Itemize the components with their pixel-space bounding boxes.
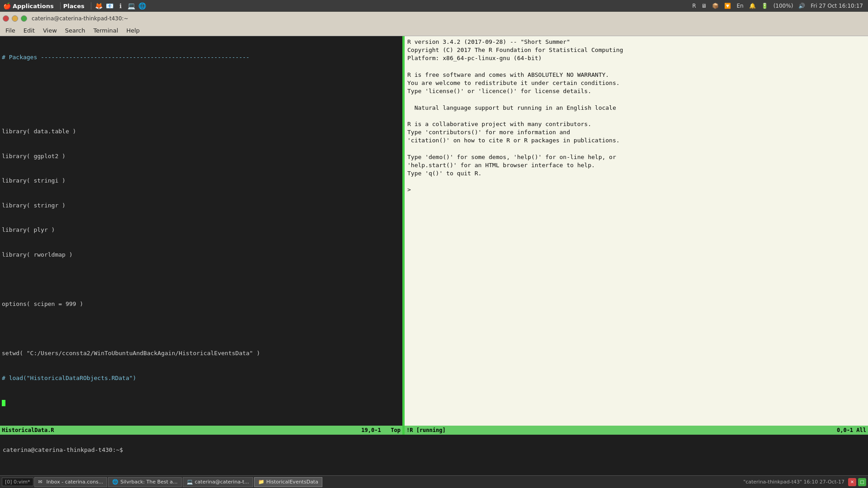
- taskbar-close-btn[interactable]: ✕: [848, 478, 856, 486]
- vim-line-9: library( rworldmap ): [2, 251, 401, 259]
- menu-terminal[interactable]: Terminal: [90, 26, 122, 35]
- taskbar-task-inbox-label: Inbox - caterina.cons...: [47, 479, 104, 485]
- menu-file[interactable]: File: [2, 26, 19, 35]
- vim-statusbar: HistoricalData.R 19,0-1 Top: [0, 426, 402, 435]
- taskbar-task-terminal[interactable]: 💻 caterina@caterina-t...: [183, 477, 253, 487]
- vim-scroll: Top: [391, 427, 401, 433]
- battery-percent: (100%): [772, 3, 795, 9]
- vim-line-13: setwd( "C:/Users/cconsta2/WinToUbuntuAnd…: [2, 349, 401, 357]
- info-icon[interactable]: ℹ️: [116, 1, 126, 11]
- topbar-separator: [60, 2, 61, 9]
- main-content-area: # Packages -----------------------------…: [0, 36, 868, 435]
- display-icon: 🖥: [700, 3, 708, 9]
- notification-icon: 🔔: [748, 3, 757, 9]
- vim-editor-content[interactable]: # Packages -----------------------------…: [0, 36, 402, 426]
- inbox-icon: ✉: [38, 479, 45, 485]
- taskbar-max-btn[interactable]: □: [858, 478, 866, 486]
- terminal-task-icon: 💻: [187, 479, 193, 485]
- topbar-right: R 🖥 📦 🔽 En 🔔 🔋 (100%) 🔊 Fri 27 Oct 16:10…: [691, 3, 868, 9]
- vim-cursor: [2, 400, 5, 406]
- dropbox-icon: 📦: [711, 3, 720, 9]
- minimize-button[interactable]: [12, 15, 18, 22]
- taskbar-task-inbox[interactable]: ✉ Inbox - caterina.cons...: [34, 477, 108, 487]
- vim-line-4: library( data.table ): [2, 127, 401, 136]
- taskbar-task-historicaldata-label: HistoricalEventsData: [266, 479, 318, 485]
- places-menu[interactable]: Places: [63, 3, 85, 9]
- volume-icon: 🔊: [797, 3, 807, 9]
- thunderbird-icon[interactable]: 📧: [105, 1, 115, 11]
- clock: Fri 27 Oct 16:10:17: [809, 3, 864, 9]
- vim-position: 19,0-1: [361, 427, 381, 433]
- terminal-icon[interactable]: 💻: [127, 1, 137, 11]
- window-titlebar: caterina@caterina-thinkpad-t430:~: [0, 12, 868, 25]
- taskbar: [0] 0:vim* ✉ Inbox - caterina.cons... 🌐 …: [0, 475, 868, 488]
- workspace-indicator[interactable]: [0] 0:vim*: [2, 478, 33, 486]
- vim-line-10: [2, 275, 401, 283]
- r-console-content[interactable]: R version 3.4.2 (2017-09-28) -- "Short S…: [405, 36, 868, 426]
- taskbar-right-info: "caterina-thinkpad-t43" 16:10 27-Oct-17: [743, 479, 844, 485]
- silvrback-icon: 🌐: [112, 479, 118, 485]
- taskbar-task-silvrback[interactable]: 🌐 Silvrback: The Best a...: [108, 477, 182, 487]
- vim-line-5: library( ggplot2 ): [2, 152, 401, 160]
- menu-bar: File Edit View Search Terminal Help: [0, 25, 868, 36]
- vim-line-8: library( plyr ): [2, 226, 401, 234]
- network-icon[interactable]: 🌐: [137, 1, 147, 11]
- vim-editor-pane[interactable]: # Packages -----------------------------…: [0, 36, 402, 435]
- network-tray-icon: 🔽: [723, 3, 732, 9]
- r-status-right: 0,0-1 All: [837, 427, 866, 433]
- battery-icon: 🔋: [760, 3, 769, 9]
- firefox-icon[interactable]: 🦊: [94, 1, 104, 11]
- vim-line-6: library( stringi ): [2, 177, 401, 185]
- taskbar-task-terminal-label: caterina@caterina-t...: [195, 479, 249, 485]
- vim-line-1: # Packages -----------------------------…: [2, 53, 401, 61]
- window-title: caterina@caterina-thinkpad-t430:~: [32, 15, 128, 22]
- vim-line-12: [2, 325, 401, 333]
- topbar-separator2: [91, 2, 91, 9]
- r-console-pane[interactable]: R version 3.4.2 (2017-09-28) -- "Short S…: [405, 36, 868, 435]
- system-icon: 🍎: [2, 1, 12, 11]
- terminal-prompt: caterina@caterina-thinkpad-t430:~$: [3, 446, 123, 453]
- terminal-area[interactable]: caterina@caterina-thinkpad-t430:~$: [0, 435, 868, 475]
- r-status-left: !R [running]: [406, 427, 446, 433]
- system-topbar: 🍎 Applications Places 🦊 📧 ℹ️ 💻 🌐 R 🖥 📦 🔽…: [0, 0, 868, 12]
- taskbar-right: "caterina-thinkpad-t43" 16:10 27-Oct-17 …: [743, 478, 866, 486]
- menu-help[interactable]: Help: [123, 26, 143, 35]
- menu-view[interactable]: View: [39, 26, 61, 35]
- taskbar-task-historicaldata[interactable]: 📁 HistoricalEventsData: [254, 477, 322, 487]
- vim-line-14: # load("HistoricalDataRObjects.RData"): [2, 374, 401, 382]
- vim-line-7: library( stringr ): [2, 202, 401, 210]
- menu-search[interactable]: Search: [61, 26, 89, 35]
- folder-task-icon: 📁: [258, 479, 264, 485]
- r-indicator: R: [691, 3, 697, 9]
- vim-line-2: [2, 78, 401, 86]
- vim-line-11: options( scipen = 999 ): [2, 300, 401, 308]
- vim-line-3: [2, 103, 401, 111]
- maximize-button[interactable]: [21, 15, 27, 22]
- close-button[interactable]: [3, 15, 9, 22]
- taskbar-task-silvrback-label: Silvrback: The Best a...: [120, 479, 178, 485]
- menu-edit[interactable]: Edit: [20, 26, 38, 35]
- vim-filename: HistoricalData.R: [2, 427, 361, 433]
- topbar-left: 🍎 Applications Places 🦊 📧 ℹ️ 💻 🌐: [0, 1, 147, 11]
- r-statusbar: !R [running] 0,0-1 All: [405, 426, 868, 435]
- vim-line-cursor: [2, 399, 401, 407]
- keyboard-icon: En: [735, 3, 745, 9]
- applications-menu[interactable]: Applications: [13, 3, 54, 9]
- main-window: caterina@caterina-thinkpad-t430:~ File E…: [0, 12, 868, 488]
